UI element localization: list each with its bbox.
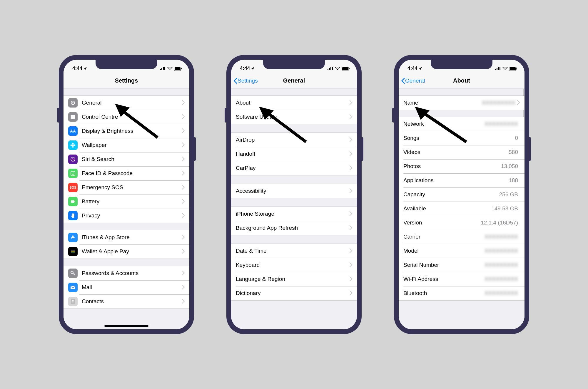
location-icon bbox=[419, 67, 422, 70]
svg-rect-21 bbox=[71, 200, 74, 203]
row-label: Capacity bbox=[403, 191, 499, 198]
chevron-right-icon bbox=[517, 99, 520, 107]
svg-rect-47 bbox=[517, 68, 517, 69]
chevron-right-icon bbox=[182, 234, 185, 241]
general-row-background-app-refresh[interactable]: Background App Refresh bbox=[231, 221, 357, 235]
settings-row-wallet-apple-pay[interactable]: Wallet & Apple Pay bbox=[64, 244, 189, 259]
settings-row-wallpaper[interactable]: Wallpaper bbox=[64, 138, 189, 152]
row-label: Mail bbox=[82, 284, 182, 291]
settings-row-siri-search[interactable]: Siri & Search bbox=[64, 152, 189, 166]
general-row-carplay[interactable]: CarPlay bbox=[231, 161, 357, 175]
settings-list[interactable]: GeneralControl CentreAADisplay & Brightn… bbox=[64, 88, 189, 329]
row-label: Handoff bbox=[236, 151, 350, 157]
svg-point-26 bbox=[71, 271, 73, 274]
settings-row-mail[interactable]: Mail bbox=[64, 280, 189, 294]
row-value-redacted: XXXXXXXXX bbox=[485, 121, 518, 127]
svg-point-13 bbox=[72, 143, 74, 144]
about-row-photos: Photos13,050 bbox=[399, 159, 524, 173]
chevron-right-icon bbox=[350, 150, 352, 158]
settings-row-contacts[interactable]: Contacts bbox=[64, 294, 189, 308]
row-value: 149.53 GB bbox=[491, 205, 518, 212]
row-label: Dictionary bbox=[236, 290, 350, 296]
about-list[interactable]: NameXXXXXXXXXNetworkXXXXXXXXXSongs0Video… bbox=[399, 88, 524, 329]
nav-title: Settings bbox=[115, 77, 138, 84]
row-label: Wallet & Apple Pay bbox=[82, 248, 182, 255]
svg-rect-0 bbox=[160, 69, 161, 70]
settings-row-passwords-accounts[interactable]: Passwords & Accounts bbox=[64, 266, 189, 280]
settings-row-battery[interactable]: Battery bbox=[64, 195, 189, 209]
nav-title: General bbox=[283, 77, 305, 84]
row-label: Date & Time bbox=[236, 248, 350, 254]
general-list[interactable]: AboutSoftware UpdateAirDropHandoffCarPla… bbox=[231, 88, 357, 329]
battery-icon bbox=[68, 197, 78, 206]
settings-row-face-id-passcode[interactable]: Face ID & Passcode bbox=[64, 166, 189, 180]
svg-rect-40 bbox=[495, 69, 496, 70]
row-label: Available bbox=[403, 205, 491, 212]
back-button[interactable]: Settings bbox=[233, 78, 258, 84]
row-label: Siri & Search bbox=[82, 156, 182, 162]
chevron-right-icon bbox=[182, 127, 185, 135]
home-indicator[interactable] bbox=[104, 325, 148, 327]
row-label: Contacts bbox=[82, 298, 182, 305]
svg-rect-27 bbox=[71, 286, 75, 289]
settings-row-privacy[interactable]: Privacy bbox=[64, 209, 189, 223]
settings-row-control-centre[interactable]: Control Centre bbox=[64, 110, 189, 124]
settings-row-itunes-app-store[interactable]: iTunes & App Store bbox=[64, 230, 189, 244]
SOS-icon: SOS bbox=[68, 183, 78, 192]
row-label: Software Update bbox=[236, 114, 350, 120]
svg-rect-34 bbox=[332, 67, 333, 70]
general-row-language-region[interactable]: Language & Region bbox=[231, 272, 357, 286]
row-label: Battery bbox=[82, 198, 182, 205]
svg-rect-25 bbox=[71, 252, 75, 252]
chevron-right-icon bbox=[182, 141, 185, 149]
settings-row-emergency-sos[interactable]: SOSEmergency SOS bbox=[64, 180, 189, 195]
settings-row-general[interactable]: General bbox=[64, 96, 189, 110]
chevron-right-icon bbox=[182, 198, 185, 205]
status-time: 4:44 bbox=[72, 66, 82, 71]
cellular-icon bbox=[495, 67, 501, 70]
svg-rect-22 bbox=[75, 201, 75, 202]
chevron-right-icon bbox=[182, 184, 185, 191]
flower-icon bbox=[68, 140, 78, 150]
row-value: 256 GB bbox=[499, 191, 518, 198]
row-label: Version bbox=[403, 219, 481, 226]
row-label: CarPlay bbox=[236, 165, 350, 171]
mail-icon bbox=[68, 283, 78, 292]
svg-rect-11 bbox=[71, 117, 75, 119]
back-label: General bbox=[405, 78, 425, 84]
row-value: 0 bbox=[515, 135, 518, 141]
chevron-right-icon bbox=[182, 99, 185, 107]
row-label: About bbox=[236, 100, 350, 106]
chevron-right-icon bbox=[350, 275, 352, 283]
about-row-carrier: CarrierXXXXXXXXX bbox=[399, 230, 524, 244]
svg-rect-18 bbox=[71, 171, 75, 175]
svg-rect-32 bbox=[329, 68, 330, 70]
general-row-date-time[interactable]: Date & Time bbox=[231, 244, 357, 258]
general-row-accessibility[interactable]: Accessibility bbox=[231, 184, 357, 198]
notch bbox=[263, 60, 325, 69]
row-label: Accessibility bbox=[236, 188, 350, 194]
general-row-handoff[interactable]: Handoff bbox=[231, 147, 357, 161]
svg-point-16 bbox=[74, 145, 76, 146]
key-icon bbox=[68, 269, 78, 278]
general-row-dictionary[interactable]: Dictionary bbox=[231, 286, 357, 300]
chevron-right-icon bbox=[182, 113, 185, 121]
back-label: Settings bbox=[238, 78, 258, 84]
row-label: Photos bbox=[403, 163, 501, 170]
row-label: Emergency SOS bbox=[82, 184, 182, 191]
settings-row-display-brightness[interactable]: AADisplay & Brightness bbox=[64, 124, 189, 138]
about-row-version: Version12.1.4 (16D57) bbox=[399, 216, 524, 230]
row-value: 12.1.4 (16D57) bbox=[481, 219, 518, 226]
svg-point-4 bbox=[170, 69, 171, 70]
row-value-redacted: XXXXXXXXX bbox=[485, 276, 518, 282]
general-row-airdrop[interactable]: AirDrop bbox=[231, 133, 357, 147]
general-row-iphone-storage[interactable]: iPhone Storage bbox=[231, 207, 357, 221]
notch bbox=[431, 60, 492, 69]
about-row-name[interactable]: NameXXXXXXXXX bbox=[399, 96, 524, 110]
about-row-capacity: Capacity256 GB bbox=[399, 187, 524, 202]
row-value-redacted: XXXXXXXXX bbox=[485, 290, 518, 296]
general-row-about[interactable]: About bbox=[231, 96, 357, 110]
general-row-software-update[interactable]: Software Update bbox=[231, 110, 357, 124]
general-row-keyboard[interactable]: Keyboard bbox=[231, 258, 357, 272]
back-button[interactable]: General bbox=[401, 78, 425, 84]
